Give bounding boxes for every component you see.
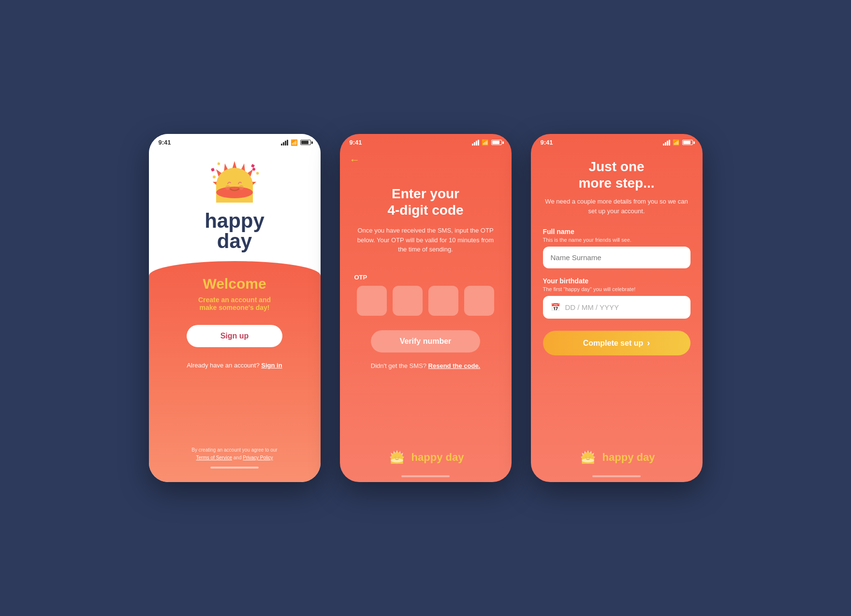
welcome-bottom: Welcome Create an account andmake someon… [149, 261, 321, 482]
complete-setup-button[interactable]: Complete set up › [543, 331, 690, 355]
privacy-link[interactable]: Privacy Policy [243, 455, 273, 460]
otp-description: Once you have received the SMS, input th… [354, 226, 497, 254]
battery-icon-2 [491, 140, 502, 145]
welcome-title: Welcome [203, 276, 266, 292]
svg-rect-1 [218, 162, 220, 165]
status-time-2: 9:41 [350, 139, 362, 146]
resend-text: Didn't get the SMS? Resend the code. [371, 362, 480, 369]
svg-point-16 [225, 185, 230, 190]
svg-point-17 [239, 185, 244, 190]
complete-button-label: Complete set up [583, 339, 643, 348]
svg-point-15 [216, 187, 253, 198]
status-bar-2: 9:41 📶 [340, 134, 512, 149]
otp-box-2[interactable] [393, 286, 423, 316]
birthdate-input[interactable]: 📅 DD / MM / YYYY [543, 296, 690, 319]
status-bar-3: 9:41 📶 [531, 134, 703, 149]
fullname-hint: This is the name your friends will see. [543, 237, 690, 243]
status-time-3: 9:41 [541, 139, 553, 146]
already-account-text: Already have an account? Sign in [187, 362, 282, 369]
home-indicator-2 [401, 475, 450, 477]
otp-label: OTP [354, 274, 367, 281]
phone-screen-3: 9:41 📶 Just onemore step... We need a co… [531, 134, 703, 482]
svg-point-5 [252, 168, 255, 171]
birthdate-label: Your birthdate [543, 277, 690, 285]
otp-box-1[interactable] [357, 286, 387, 316]
birthdate-hint: The first "happy day" you will celebrate… [543, 286, 690, 292]
setup-footer: happy day [531, 441, 703, 473]
status-bar-1: 9:41 📶 [149, 134, 321, 149]
status-icons-2: 📶 [472, 139, 502, 146]
calendar-icon: 📅 [551, 303, 560, 312]
terms-text: By creating an account you agree to our … [191, 446, 277, 462]
otp-content: Enter your4-digit code Once you have rec… [340, 171, 512, 441]
svg-point-27 [391, 458, 403, 462]
otp-screen: 9:41 📶 ← Enter your4-digit code Once you… [340, 134, 512, 482]
footer-sun-logo-3 [578, 449, 598, 466]
wifi-icon-3: 📶 [673, 139, 680, 146]
verify-button[interactable]: Verify number [371, 330, 481, 352]
phone-screen-2: 9:41 📶 ← Enter your4-digit code Once you… [340, 134, 512, 482]
footer-sun-logo-2 [387, 449, 407, 466]
fullname-input[interactable] [543, 247, 690, 268]
terms-link[interactable]: Terms of Service [196, 455, 232, 460]
app-name-welcome: happy day [205, 211, 264, 251]
setup-screen: 9:41 📶 Just onemore step... We need a co… [531, 134, 703, 482]
home-indicator-1 [210, 467, 259, 469]
setup-title: Just onemore step... [543, 159, 690, 191]
wifi-icon-1: 📶 [291, 139, 298, 146]
otp-footer: happy day [340, 441, 512, 473]
svg-rect-3 [256, 172, 259, 175]
signup-button[interactable]: Sign up [187, 325, 283, 347]
status-time-1: 9:41 [159, 139, 171, 146]
setup-content: Just onemore step... We need a couple mo… [531, 149, 703, 441]
svg-rect-0 [211, 168, 215, 172]
status-icons-3: 📶 [663, 139, 693, 146]
phone-screen-1: 9:41 📶 [149, 134, 321, 482]
otp-input-row [357, 286, 494, 316]
chevron-right-icon: › [647, 338, 650, 348]
svg-point-37 [582, 458, 594, 462]
signin-link[interactable]: Sign in [261, 362, 282, 369]
resend-link[interactable]: Resend the code. [428, 362, 481, 369]
signal-icon-2 [472, 140, 479, 146]
signal-icon-1 [281, 140, 288, 146]
signal-icon-3 [663, 140, 670, 146]
welcome-logo-area: happy day [149, 149, 321, 251]
home-indicator-3 [592, 475, 641, 477]
battery-icon-3 [682, 140, 693, 145]
svg-rect-2 [251, 164, 255, 168]
welcome-subtitle: Create an account andmake someone's day! [198, 296, 271, 311]
back-button[interactable]: ← [340, 149, 512, 171]
otp-box-4[interactable] [464, 286, 494, 316]
otp-box-3[interactable] [428, 286, 458, 316]
footer-app-name-3: happy day [602, 451, 655, 464]
birthdate-placeholder: DD / MM / YYYY [565, 303, 619, 311]
welcome-screen: 9:41 📶 [149, 134, 321, 482]
svg-point-4 [213, 176, 216, 178]
status-icons-1: 📶 [281, 139, 311, 146]
wifi-icon-2: 📶 [482, 139, 489, 146]
battery-icon-1 [300, 140, 311, 145]
fullname-label: Full name [543, 228, 690, 235]
footer-app-name-2: happy day [411, 451, 464, 464]
setup-description: We need a couple more details from you s… [543, 197, 690, 216]
otp-title: Enter your4-digit code [387, 186, 463, 218]
sun-logo [205, 159, 264, 207]
